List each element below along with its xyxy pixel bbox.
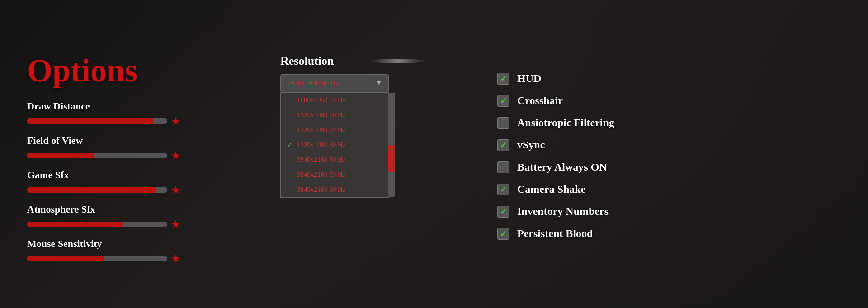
checkbox-hud-box[interactable]: ✓ xyxy=(497,73,509,85)
slider-game-sfx: Game Sfx ★ xyxy=(27,169,217,195)
slider-mouse-sensitivity-label: Mouse Sensitivity xyxy=(27,238,217,250)
slider-game-sfx-bar[interactable] xyxy=(27,187,167,193)
dropdown-arrow-icon: ▼ xyxy=(376,80,382,87)
resolution-selected-value: 1920x1080 60 Hz xyxy=(287,79,339,87)
checkbox-inventory-numbers-checkmark: ✓ xyxy=(500,207,507,217)
checkbox-crosshair-label: Crosshair xyxy=(517,95,563,107)
resolution-dropdown[interactable]: 1920x1080 60 Hz ▼ 1680x1050 59 Hz 1920x1… xyxy=(280,74,389,92)
checkbox-ansiotropic-label: Ansiotropic Filtering xyxy=(517,117,614,129)
checkbox-vsync-box[interactable]: ✓ xyxy=(497,139,509,151)
checkbox-vsync-label: vSync xyxy=(517,139,545,151)
middle-panel: Resolution 1920x1080 60 Hz ▼ 1680x1050 5… xyxy=(280,54,425,290)
slider-draw-distance-track[interactable]: ★ xyxy=(27,116,181,127)
checkbox-battery-label: Battery Always ON xyxy=(517,161,607,173)
checkbox-crosshair-box[interactable]: ✓ xyxy=(497,95,509,107)
slider-fov-bar[interactable] xyxy=(27,153,167,158)
checkbox-battery-box[interactable] xyxy=(497,161,509,173)
slider-atmosphere-sfx-star: ★ xyxy=(171,219,181,230)
slider-draw-distance-label: Draw Distance xyxy=(27,100,217,112)
dropdown-item-label-5: 3840x2160 59 Hz xyxy=(297,171,346,179)
slider-draw-distance: Draw Distance ★ xyxy=(27,100,217,127)
checkbox-persistent-blood-box[interactable]: ✓ xyxy=(497,228,509,240)
checkbox-persistent-blood-label: Persistent Blood xyxy=(517,227,593,240)
slider-atmosphere-sfx-track[interactable]: ★ xyxy=(27,219,181,230)
checkbox-inventory-numbers-label: Inventory Numbers xyxy=(517,205,609,218)
dropdown-item-label-1: 1920x1080 50 Hz xyxy=(297,111,346,119)
checkbox-battery[interactable]: Battery Always ON xyxy=(497,161,841,173)
slider-atmosphere-sfx-label: Atmosphere Sfx xyxy=(27,204,217,215)
slider-draw-distance-star: ★ xyxy=(171,116,181,127)
checkbox-crosshair[interactable]: ✓ Crosshair xyxy=(497,95,841,107)
slider-mouse-sensitivity: Mouse Sensitivity ★ xyxy=(27,238,217,264)
checkbox-hud[interactable]: ✓ HUD xyxy=(497,72,841,85)
dropdown-item-label-4: 3840x2160 50 Hz xyxy=(297,156,346,164)
right-panel: ✓ HUD ✓ Crosshair Ansiotropic Filtering … xyxy=(497,54,841,290)
slider-game-sfx-label: Game Sfx xyxy=(27,169,217,181)
slider-atmosphere-sfx: Atmosphere Sfx ★ xyxy=(27,204,217,230)
dropdown-scrollbar[interactable] xyxy=(388,93,395,197)
dropdown-item-label-6: 3840x2160 60 Hz xyxy=(297,186,346,194)
checkbox-vsync[interactable]: ✓ vSync xyxy=(497,139,841,151)
checkbox-inventory-numbers-box[interactable]: ✓ xyxy=(497,206,509,218)
slider-mouse-sensitivity-bar[interactable] xyxy=(27,256,167,261)
dropdown-scrollbar-thumb[interactable] xyxy=(388,145,395,172)
slider-draw-distance-bar[interactable] xyxy=(27,118,167,124)
main-content: Options Draw Distance ★ Field of View xyxy=(0,0,868,308)
left-panel: Options Draw Distance ★ Field of View xyxy=(27,54,217,290)
dropdown-item-label-3: 1920x1080 60 Hz xyxy=(297,141,346,149)
checkbox-camera-shake-checkmark: ✓ xyxy=(500,185,507,194)
dropdown-item-3[interactable]: ✓ 1920x1080 60 Hz xyxy=(281,137,388,152)
slider-game-sfx-star: ★ xyxy=(171,185,181,195)
dropdown-item-2[interactable]: 1920x1080 59 Hz xyxy=(281,123,388,137)
resolution-dropdown-selected[interactable]: 1920x1080 60 Hz ▼ xyxy=(280,74,389,92)
checkbox-hud-label: HUD xyxy=(517,72,541,85)
checkbox-ansiotropic-box[interactable] xyxy=(497,117,509,129)
checkbox-hud-checkmark: ✓ xyxy=(500,74,507,84)
checkbox-persistent-blood-checkmark: ✓ xyxy=(500,229,507,239)
dropdown-item-6[interactable]: 3840x2160 60 Hz xyxy=(281,182,388,197)
checkbox-inventory-numbers[interactable]: ✓ Inventory Numbers xyxy=(497,205,841,218)
dropdown-item-label-0: 1680x1050 59 Hz xyxy=(297,96,346,104)
page-title: Options xyxy=(27,54,217,87)
slider-mouse-sensitivity-star: ★ xyxy=(171,253,181,264)
slider-mouse-sensitivity-track[interactable]: ★ xyxy=(27,253,181,264)
resolution-dropdown-list: 1680x1050 59 Hz 1920x1080 50 Hz 1920x108… xyxy=(280,92,389,198)
dropdown-item-1[interactable]: 1920x1080 50 Hz xyxy=(281,108,388,123)
checkbox-camera-shake-box[interactable]: ✓ xyxy=(497,184,509,195)
dropdown-item-4[interactable]: 3840x2160 50 Hz xyxy=(281,152,388,167)
dropdown-item-0[interactable]: 1680x1050 59 Hz xyxy=(281,93,388,108)
slider-fov: Field of View ★ xyxy=(27,135,217,161)
slider-game-sfx-track[interactable]: ★ xyxy=(27,185,181,195)
slider-fov-star: ★ xyxy=(171,150,181,161)
checkbox-ansiotropic[interactable]: Ansiotropic Filtering xyxy=(497,117,841,129)
checkbox-persistent-blood[interactable]: ✓ Persistent Blood xyxy=(497,227,841,240)
slider-fov-track[interactable]: ★ xyxy=(27,150,181,161)
resolution-title: Resolution xyxy=(280,54,425,68)
checkbox-camera-shake-label: Camera Shake xyxy=(517,183,585,195)
checkbox-crosshair-checkmark: ✓ xyxy=(500,96,507,106)
slider-fov-label: Field of View xyxy=(27,135,217,147)
dropdown-item-5[interactable]: 3840x2160 59 Hz xyxy=(281,167,388,182)
dropdown-check-3: ✓ xyxy=(287,141,294,149)
checkbox-vsync-checkmark: ✓ xyxy=(500,140,507,150)
checkbox-camera-shake[interactable]: ✓ Camera Shake xyxy=(497,183,841,195)
slider-group: Draw Distance ★ Field of View ★ xyxy=(27,100,217,264)
slider-atmosphere-sfx-bar[interactable] xyxy=(27,222,167,227)
dropdown-item-label-2: 1920x1080 59 Hz xyxy=(297,126,346,134)
